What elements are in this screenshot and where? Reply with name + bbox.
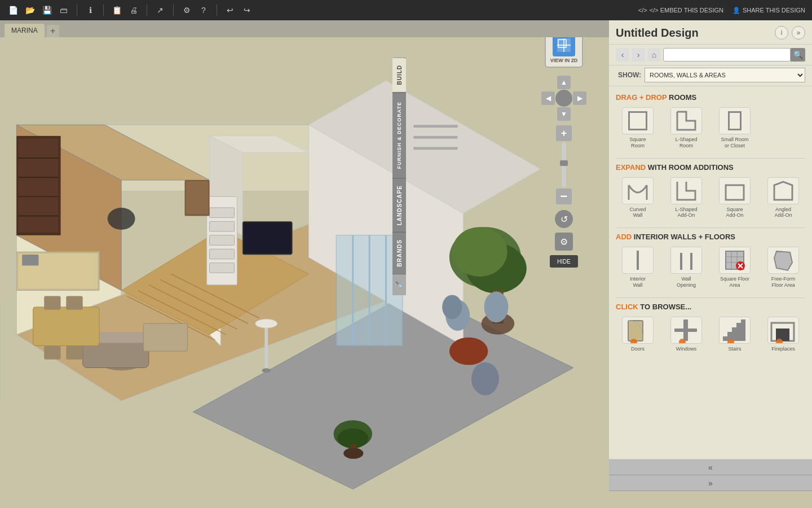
panel-content: DRAG + DROP ROOMS SquareRoom L-S [609, 86, 812, 459]
share-button[interactable]: 👤 SHARE THIS DESIGN [732, 7, 805, 14]
show-select[interactable]: ROOMS, WALLS & AREAS [645, 68, 805, 82]
export-icon[interactable]: ↗ [154, 4, 166, 16]
svg-rect-75 [413, 147, 457, 150]
fireplaces-icon [769, 317, 797, 343]
panel-home-button[interactable]: ⌂ [647, 48, 661, 62]
svg-point-48 [262, 368, 271, 373]
collapse-up-button[interactable]: « [609, 459, 812, 475]
windows-browse-item[interactable]: Windows [664, 317, 708, 352]
square-floor-area-label: Square FloorArea [720, 276, 749, 288]
sep5 [217, 5, 217, 16]
panel-forward-button[interactable]: › [632, 48, 645, 62]
side-tab-landscape[interactable]: LANDSCAPE [392, 178, 406, 232]
svg-point-39 [484, 292, 508, 323]
square-floor-area-icon-box [719, 247, 751, 274]
pan-controls: ▲ ▼ ◀ ▶ [541, 76, 586, 121]
svg-rect-54 [18, 139, 58, 233]
hide-button[interactable]: HIDE [550, 255, 578, 268]
canvas-settings-button[interactable]: ⚙ [555, 233, 573, 251]
wall-opening-icon [677, 251, 696, 270]
square-floor-area-item[interactable]: Square FloorArea [713, 247, 757, 288]
curved-wall-label: CurvedWall [629, 207, 646, 219]
pan-right-button[interactable]: ▶ [573, 91, 586, 105]
show-label: SHOW: [618, 71, 641, 79]
side-tab-furnish[interactable]: FURNISH & DECORATE [392, 92, 406, 178]
save-icon[interactable]: 💾 [41, 4, 53, 16]
interior-wall-icon-box [622, 247, 654, 274]
rotate-button[interactable]: ↺ [555, 210, 573, 228]
floor-plan-canvas[interactable] [0, 20, 595, 491]
svg-rect-74 [413, 136, 457, 139]
side-tab-brands[interactable]: BRANDS [392, 232, 406, 274]
side-tab-build[interactable]: BUILD [392, 58, 406, 92]
drag-drop-grid: SquareRoom L-ShapedRoom Small Roomor Clo… [616, 107, 805, 149]
svg-rect-66 [66, 296, 82, 309]
help-icon[interactable]: ? [197, 4, 210, 16]
square-room-item[interactable]: SquareRoom [616, 107, 660, 149]
interior-wall-item[interactable]: InteriorWall [616, 247, 660, 288]
pan-left-button[interactable]: ◀ [541, 91, 555, 105]
save-as-icon[interactable]: 🗃 [58, 4, 70, 16]
square-addon-item[interactable]: SquareAdd-On [713, 177, 757, 219]
tab-marina[interactable]: MARINA [5, 24, 45, 37]
wall-opening-item[interactable]: WallOpening [664, 247, 708, 288]
l-shaped-room-label: L-ShapedRoom [675, 137, 697, 149]
angled-addon-item[interactable]: AngledAdd-On [761, 177, 805, 219]
browse-title: CLICK TO BROWSE... [616, 303, 805, 311]
expand-title: EXPAND WITH ROOM ADDITIONS [616, 163, 805, 172]
zoom-in-button[interactable]: + [556, 125, 572, 141]
svg-rect-23 [210, 235, 235, 246]
info-icon[interactable]: ℹ [84, 4, 96, 16]
svg-marker-84 [774, 182, 792, 200]
freeform-floor-area-icon [772, 249, 795, 271]
drag-drop-title: DRAG + DROP ROOMS [616, 93, 805, 102]
pan-up-button[interactable]: ▲ [557, 76, 571, 89]
collapse-down-button[interactable]: » [609, 475, 812, 491]
fireplaces-browse-item[interactable]: Fireplaces [761, 317, 805, 352]
square-floor-area-icon [723, 249, 746, 271]
panel-back-button[interactable]: ‹ [616, 48, 629, 62]
l-shaped-addon-item[interactable]: L-ShapedAdd-On [664, 177, 708, 219]
panel-search-input[interactable] [663, 48, 791, 62]
zoom-slider-thumb [560, 160, 568, 166]
l-shaped-room-item[interactable]: L-ShapedRoom [664, 107, 708, 149]
zoom-slider[interactable] [562, 142, 566, 187]
stairs-browse-item[interactable]: Stairs [713, 317, 757, 352]
zoom-out-button[interactable]: − [556, 189, 572, 204]
sep3 [147, 5, 147, 16]
tab-add-button[interactable]: + [47, 25, 59, 37]
panel-info-icon[interactable]: i [775, 26, 788, 40]
sep2 [103, 5, 104, 16]
open-file-icon[interactable]: 📂 [24, 4, 36, 16]
panel-collapse-icon[interactable]: » [792, 26, 805, 40]
new-file-icon[interactable]: 📄 [7, 4, 19, 16]
svg-rect-94 [628, 321, 643, 341]
curved-wall-item[interactable]: CurvedWall [616, 177, 660, 219]
pan-center [555, 90, 572, 107]
small-room-item[interactable]: Small Roomor Closet [713, 107, 757, 149]
divider-1 [616, 158, 805, 159]
undo-icon[interactable]: ↩ [224, 4, 236, 16]
freeform-floor-area-item[interactable]: Free-FormFloor Area [761, 247, 805, 288]
l-shaped-addon-icon [675, 179, 698, 202]
svg-rect-83 [726, 185, 744, 200]
pan-down-button[interactable]: ▼ [557, 107, 571, 121]
expand-grid: CurvedWall L-ShapedAdd-On [616, 177, 805, 219]
sep4 [173, 5, 174, 16]
windows-icon-box [670, 317, 702, 344]
freeform-floor-area-label: Free-FormFloor Area [771, 276, 796, 288]
embed-button[interactable]: </> </> EMBED THIS DESIGN [638, 7, 723, 14]
settings-icon[interactable]: ⚙ [180, 4, 193, 16]
print-icon[interactable]: 🖨 [127, 4, 140, 16]
side-tab-search[interactable]: 🔍 [392, 274, 406, 295]
panel-search-button[interactable]: 🔍 [791, 48, 805, 62]
svg-point-47 [255, 319, 277, 328]
sep1 [77, 5, 77, 16]
redo-icon[interactable]: ↪ [241, 4, 253, 16]
panel-header: Untitled Design i » [609, 20, 812, 45]
small-room-label: Small Roomor Closet [721, 137, 748, 149]
doors-browse-item[interactable]: Doors [616, 317, 660, 352]
add-grid: InteriorWall WallOpening [616, 247, 805, 288]
curved-wall-icon [626, 179, 649, 202]
list-icon[interactable]: 📋 [111, 4, 123, 16]
